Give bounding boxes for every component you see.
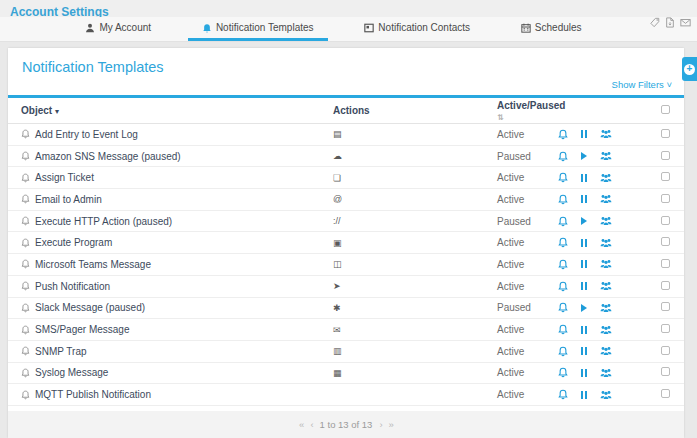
ticket-icon[interactable] — [650, 14, 660, 25]
test-notification-bell-icon[interactable] — [558, 259, 568, 270]
pause-button[interactable] — [580, 347, 588, 355]
row-checkbox[interactable] — [661, 194, 670, 203]
row-object-label[interactable]: SNMP Trap — [35, 346, 87, 357]
test-notification-bell-icon[interactable] — [558, 281, 568, 292]
test-notification-bell-icon[interactable] — [558, 129, 568, 140]
row-status: Active — [497, 346, 558, 357]
pause-button[interactable] — [580, 326, 588, 334]
row-object-label[interactable]: Slack Message (paused) — [35, 302, 145, 313]
row-object-label[interactable]: Syslog Message — [35, 367, 108, 378]
select-all-checkbox[interactable] — [661, 105, 670, 114]
test-notification-bell-icon[interactable] — [558, 389, 568, 400]
row-checkbox[interactable] — [661, 346, 670, 355]
pause-button[interactable] — [580, 369, 588, 377]
row-checkbox[interactable] — [661, 281, 670, 290]
tab-my-account[interactable]: My Account — [71, 17, 165, 41]
bell-icon — [21, 238, 30, 248]
row-checkbox[interactable] — [661, 151, 670, 160]
used-by-icon[interactable] — [600, 346, 612, 356]
row-object-label[interactable]: Assign Ticket — [35, 172, 94, 183]
test-notification-bell-icon[interactable] — [558, 172, 568, 183]
row-object-label[interactable]: MQTT Publish Notification — [35, 389, 151, 400]
pause-button[interactable] — [580, 282, 588, 290]
used-by-icon[interactable] — [600, 303, 612, 313]
used-by-icon[interactable] — [600, 194, 612, 204]
row-checkbox[interactable] — [661, 367, 670, 376]
row-object-label[interactable]: Push Notification — [35, 281, 110, 292]
row-checkbox[interactable] — [661, 302, 670, 311]
row-object-label[interactable]: Microsoft Teams Message — [35, 259, 151, 270]
titlebar: Account Settings — [0, 0, 697, 17]
next-page-button[interactable]: › — [379, 419, 381, 430]
used-by-icon[interactable] — [600, 390, 612, 400]
bell-icon — [21, 346, 30, 356]
row-checkbox[interactable] — [661, 216, 670, 225]
row-checkbox[interactable] — [661, 129, 670, 138]
report-icon[interactable] — [665, 14, 675, 25]
table-row: Add Entry to Event Log ▤ Active — [8, 124, 684, 146]
test-notification-bell-icon[interactable] — [558, 237, 568, 248]
pause-button[interactable] — [580, 195, 588, 203]
used-by-icon[interactable] — [600, 259, 612, 269]
table-row: Microsoft Teams Message ◫ Active — [8, 254, 684, 276]
pagination-label: 1 to 13 of 13 — [320, 419, 373, 430]
test-notification-bell-icon[interactable] — [558, 216, 568, 227]
row-checkbox[interactable] — [661, 259, 670, 268]
add-notification-template-button[interactable]: + — [682, 57, 697, 81]
used-by-icon[interactable] — [600, 173, 612, 183]
resume-button[interactable] — [580, 217, 588, 225]
row-object-label[interactable]: Add Entry to Event Log — [35, 129, 138, 140]
used-by-icon[interactable] — [600, 368, 612, 378]
resume-button[interactable] — [580, 304, 588, 312]
row-object-label[interactable]: SMS/Pager Message — [35, 324, 130, 335]
row-checkbox[interactable] — [661, 172, 670, 181]
action-type-icon: :// — [333, 216, 497, 226]
column-object[interactable]: Object ▾ — [21, 105, 333, 116]
row-status: Active — [497, 324, 558, 335]
tab-schedules[interactable]: Schedules — [507, 17, 596, 41]
bell-icon — [202, 23, 212, 33]
pause-button[interactable] — [580, 239, 588, 247]
bell-icon — [21, 151, 30, 161]
row-object-label[interactable]: Execute HTTP Action (paused) — [35, 216, 172, 227]
used-by-icon[interactable] — [600, 216, 612, 226]
pause-button[interactable] — [580, 130, 588, 138]
header-toolbar — [650, 14, 690, 25]
action-type-icon: ➤ — [333, 281, 497, 291]
prev-page-button[interactable]: ‹ — [310, 419, 312, 430]
tab-notification-contacts[interactable]: Notification Contacts — [350, 17, 484, 41]
pause-button[interactable] — [580, 391, 588, 399]
test-notification-bell-icon[interactable] — [558, 367, 568, 378]
used-by-icon[interactable] — [600, 281, 612, 291]
pause-button[interactable] — [580, 260, 588, 268]
row-checkbox[interactable] — [661, 324, 670, 333]
used-by-icon[interactable] — [600, 238, 612, 248]
pause-button[interactable] — [580, 174, 588, 182]
resume-button[interactable] — [580, 152, 588, 160]
row-object-label[interactable]: Email to Admin — [35, 194, 102, 205]
row-status: Active — [497, 194, 558, 205]
test-notification-bell-icon[interactable] — [558, 151, 568, 162]
row-object-label[interactable]: Execute Program — [35, 237, 112, 248]
show-filters-link[interactable]: Show Filters ˅ — [612, 79, 672, 90]
column-active-paused[interactable]: Active/Paused ⇅ — [497, 100, 558, 122]
envelope-icon[interactable] — [680, 14, 690, 25]
used-by-icon[interactable] — [600, 151, 612, 161]
used-by-icon[interactable] — [600, 129, 612, 139]
bell-icon — [21, 259, 30, 269]
test-notification-bell-icon[interactable] — [558, 324, 568, 335]
first-page-button[interactable]: « — [299, 419, 303, 430]
test-notification-bell-icon[interactable] — [558, 346, 568, 357]
row-checkbox[interactable] — [661, 389, 670, 398]
row-object-label[interactable]: Amazon SNS Message (paused) — [35, 151, 181, 162]
bell-icon — [21, 325, 30, 335]
action-type-icon: ✉ — [333, 325, 497, 335]
test-notification-bell-icon[interactable] — [558, 194, 568, 205]
plus-icon: + — [684, 64, 695, 75]
table-row: Amazon SNS Message (paused) ☁ Paused — [8, 146, 684, 168]
test-notification-bell-icon[interactable] — [558, 302, 568, 313]
tab-notification-templates[interactable]: Notification Templates — [188, 17, 328, 41]
last-page-button[interactable]: » — [389, 419, 393, 430]
row-checkbox[interactable] — [661, 237, 670, 246]
used-by-icon[interactable] — [600, 325, 612, 335]
